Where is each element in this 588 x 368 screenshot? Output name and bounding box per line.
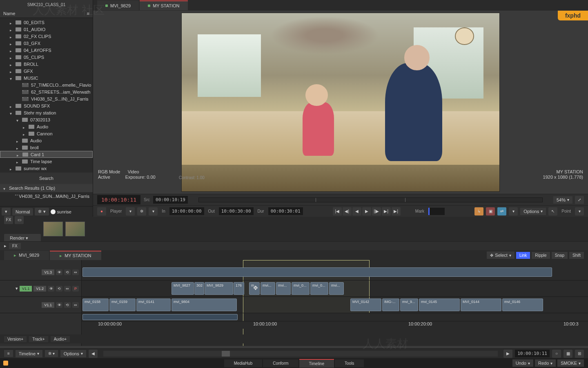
out-point[interactable]: 10:00:30:00	[219, 207, 254, 215]
track-v11-v12[interactable]: MVI_9827302MVI_9829176m...mvi...mvi...mv…	[82, 280, 588, 297]
tree-item[interactable]: 01_AUDIO	[0, 26, 93, 33]
column-header-name[interactable]: Name ≡	[0, 9, 93, 18]
track-v11[interactable]: mvi_0158mvi_0159mvi_0141mvi_9804MVI_0142…	[82, 297, 588, 313]
track-header-v13[interactable]: V1.3 👁 ⟲ ⇔	[0, 264, 81, 280]
timeline-clip[interactable]: mvi_9804	[172, 298, 237, 311]
timeline-clip[interactable]: 176	[234, 282, 244, 295]
ripple-toggle[interactable]: Ripple	[532, 252, 550, 259]
timeline-clip[interactable]: MVI_0142	[350, 298, 381, 311]
tree-item[interactable]: BROLL	[0, 61, 93, 67]
timeline-clip[interactable]: mvi_0145	[419, 298, 460, 311]
link-icon[interactable]: ⇔	[72, 302, 79, 308]
zoom-level[interactable]: 54% ▾	[553, 196, 572, 204]
tree-item[interactable]: Audio	[0, 123, 93, 130]
timeline-clip[interactable]: mvi_9...	[400, 298, 418, 311]
timeline-clip[interactable]: MVI_9829	[205, 282, 233, 295]
scrub-bar[interactable]	[198, 197, 543, 202]
fx-toggle[interactable]: FX	[4, 216, 13, 224]
tree-item[interactable]: 62_STREETS...iam_Werwath	[0, 88, 93, 95]
module-tools[interactable]: Tools	[335, 359, 364, 367]
timeline-tab-clip[interactable]: ▸MVI_9829	[4, 251, 49, 260]
eye-icon[interactable]: 👁	[56, 302, 62, 308]
gear-dropdown-icon[interactable]: ▾	[149, 207, 158, 215]
search-result-item[interactable]: VH038_52_SUN...MAIN)_JJ_Farris	[0, 192, 93, 200]
play-reverse-icon[interactable]: ◀	[352, 207, 361, 215]
module-conform[interactable]: Conform	[263, 359, 298, 367]
timeline-clip[interactable]: mvi...	[329, 282, 344, 295]
player-dropdown-icon[interactable]: ▾	[126, 207, 135, 215]
fx-label[interactable]: FX	[9, 243, 21, 249]
audio-plus-button[interactable]: Audio+	[51, 336, 70, 342]
search-results-header[interactable]: Search Results (1 Clip)	[0, 184, 93, 192]
view-mode[interactable]: Timeline ▾	[16, 350, 42, 357]
eye-icon[interactable]: 👁	[56, 269, 62, 275]
timeline-clip[interactable]: IMG-...	[382, 298, 399, 311]
timeline-clip[interactable]: mvi_0159	[109, 298, 136, 311]
sort-icon[interactable]: ≡	[87, 11, 89, 16]
lock-icon[interactable]: ⟲	[64, 302, 71, 308]
lock-icon[interactable]: ⟲	[56, 286, 62, 292]
gear-icon[interactable]: ✲	[137, 207, 146, 215]
menu-icon[interactable]: ≡	[4, 350, 13, 357]
duration[interactable]: 00:00:30:01	[268, 207, 303, 215]
go-start-icon[interactable]: |◀	[333, 207, 342, 215]
dropdown-button[interactable]: ▾	[2, 208, 11, 215]
thumbnail[interactable]	[65, 222, 85, 236]
patch-indicator[interactable]: P	[72, 286, 79, 292]
timeline-tab-sequence[interactable]: ▸MY STATION	[50, 251, 101, 260]
track-audio[interactable]	[82, 313, 588, 321]
search-button[interactable]: Search	[0, 173, 93, 184]
eye-icon[interactable]: 👁	[48, 286, 54, 292]
go-end-icon[interactable]: ▶|	[392, 207, 401, 215]
edit-dropdown-icon[interactable]: ▾	[509, 207, 518, 215]
point-dropdown-icon[interactable]: ▾	[575, 207, 584, 215]
tree-item[interactable]: Audio	[0, 137, 93, 144]
play-icon[interactable]: ▶	[362, 207, 371, 215]
status-timecode[interactable]: 10:00:10:11	[515, 350, 550, 357]
insert-icon[interactable]: ↳	[474, 207, 483, 215]
options-dropdown[interactable]: Options ▾	[60, 350, 86, 357]
viewer-tab-clip[interactable]: MVI_9829	[97, 0, 139, 10]
fit-icon[interactable]: ⤢	[575, 196, 584, 204]
gear-icon[interactable]: ✲ ▾	[35, 208, 49, 215]
timeline-clip[interactable]: MVI_0144	[461, 298, 501, 311]
player-mode[interactable]: Player	[109, 209, 123, 213]
scroll-left-icon[interactable]: ◀	[89, 350, 98, 358]
viewer-tab-sequence[interactable]: MY STATION	[140, 0, 187, 10]
tree-item[interactable]: Card 1	[0, 151, 93, 158]
status-indicator-icon[interactable]	[3, 361, 8, 366]
timecode-src[interactable]: 00:00:10:19	[153, 196, 188, 204]
timeline-clip[interactable]: 302	[194, 282, 204, 295]
thumbnail[interactable]	[43, 222, 63, 236]
replace-icon[interactable]: ⇄	[497, 207, 506, 215]
tree-item[interactable]: MUSIC	[0, 74, 93, 81]
gear-icon[interactable]: ✲ ▾	[45, 350, 58, 357]
timeline-clip[interactable]: mvi_0...	[292, 282, 310, 295]
tree-item[interactable]: Stehr my station	[0, 109, 93, 116]
tree-item[interactable]: Cannon	[0, 130, 93, 137]
in-point[interactable]: 10:00:00:00	[169, 207, 204, 215]
tree-item[interactable]: 03_GFX	[0, 40, 93, 47]
record-status-icon[interactable]: ○	[552, 350, 561, 358]
track-header-v11[interactable]: V1.1 👁 ⟲ ⇔	[0, 297, 81, 313]
timeline-clip[interactable]	[82, 267, 552, 277]
track-plus-button[interactable]: Track+	[29, 336, 48, 342]
timeline-clip[interactable]	[82, 314, 238, 320]
snap-toggle[interactable]: Snap	[552, 252, 568, 259]
tree-item[interactable]: 02_FX CLIPS	[0, 33, 93, 40]
pointer-icon[interactable]: ↖	[548, 207, 557, 215]
select-tool[interactable]: ✥ Select ▾	[487, 251, 514, 259]
timeline-clip[interactable]: mvi...	[261, 282, 275, 295]
next-frame-icon[interactable]: ▶|	[382, 207, 391, 215]
tree-item[interactable]: broll	[0, 144, 93, 151]
grid-icon[interactable]: ▦	[564, 350, 572, 358]
tree-item[interactable]: GFX	[0, 67, 93, 74]
record-button[interactable]: ●	[97, 207, 106, 215]
version-plus-button[interactable]: Version+	[4, 336, 27, 342]
overwrite-icon[interactable]: ▣	[486, 207, 495, 215]
timecode-main[interactable]: 10:00:10:11	[97, 195, 140, 204]
horizontal-scrollbar[interactable]	[103, 351, 498, 357]
layout-icon[interactable]: ⊞	[575, 350, 584, 358]
link-icon[interactable]: ⇔	[72, 269, 79, 275]
fx-expand-icon[interactable]: ▸	[4, 243, 7, 249]
